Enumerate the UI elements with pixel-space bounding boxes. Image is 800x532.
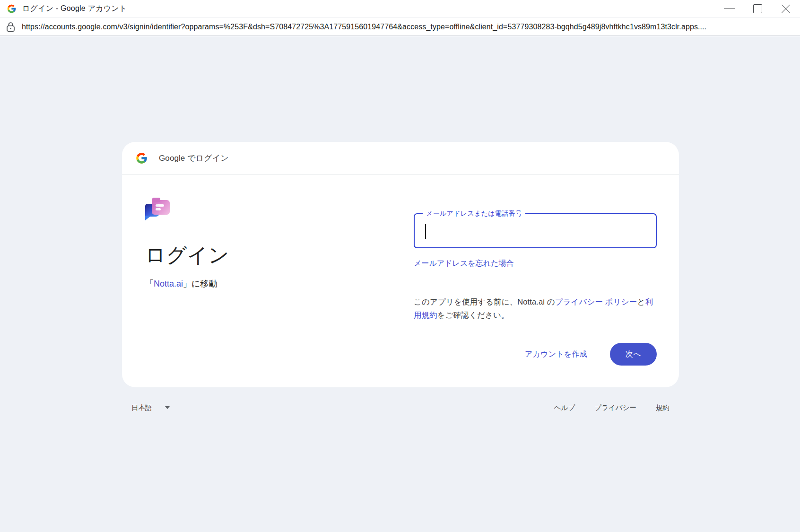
window-controls	[715, 0, 800, 17]
browser-window: ログイン - Google アカウント https://accounts.goo…	[0, 0, 800, 532]
minimize-icon	[724, 9, 735, 9]
help-link[interactable]: ヘルプ	[554, 403, 575, 412]
form-column: メールアドレスまたは電話番号 メールアドレスを忘れた場合 このアプリを使用する前…	[414, 197, 657, 366]
language-selector-value: 日本語	[131, 403, 152, 412]
privacy-policy-link[interactable]: プライバシー ポリシー	[555, 297, 637, 306]
email-field-label: メールアドレスまたは電話番号	[423, 209, 525, 218]
notta-folder-shape	[152, 200, 170, 215]
chevron-down-icon	[165, 406, 170, 409]
notta-app-logo-icon	[145, 198, 170, 221]
privacy-disclaimer: このアプリを使用する前に、Notta.ai のプライバシー ポリシーと利用規約を…	[414, 295, 657, 322]
terms-link[interactable]: 規約	[656, 403, 670, 412]
card-body: ログイン 「Notta.ai」に移動 メールアドレスまたは電話番号 メールアドレ…	[122, 174, 679, 387]
url-address[interactable]: https://accounts.google.com/v3/signin/id…	[22, 23, 788, 31]
minimize-button[interactable]	[715, 0, 743, 17]
card-header: Google でログイン	[122, 142, 679, 174]
browser-urlbar[interactable]: https://accounts.google.com/v3/signin/id…	[0, 18, 800, 36]
text-cursor	[425, 224, 426, 239]
lock-icon	[6, 22, 15, 32]
page-footer: 日本語 ヘルプ プライバシー 規約	[122, 401, 679, 415]
email-input[interactable]	[415, 214, 656, 247]
intro-column: ログイン 「Notta.ai」に移動	[145, 197, 410, 366]
window-title: ログイン - Google アカウント	[22, 4, 127, 14]
language-selector[interactable]: 日本語	[131, 403, 170, 412]
create-account-button[interactable]: アカウントを作成	[525, 349, 587, 359]
signin-with-google-label: Google でログイン	[159, 153, 229, 164]
maximize-button[interactable]	[743, 0, 772, 17]
close-button[interactable]	[772, 0, 800, 17]
privacy-link[interactable]: プライバシー	[594, 403, 636, 412]
google-g-logo-icon	[135, 152, 148, 165]
app-name-link[interactable]: Notta.ai	[154, 279, 183, 288]
window-titlebar: ログイン - Google アカウント	[0, 0, 800, 18]
maximize-icon	[753, 4, 762, 13]
footer-links: ヘルプ プライバシー 規約	[554, 403, 670, 412]
forgot-email-link[interactable]: メールアドレスを忘れた場合	[414, 259, 513, 269]
signin-page-background: Google でログイン ログイン 「Notta.ai」に移動	[0, 36, 800, 532]
form-actions: アカウントを作成 次へ	[414, 343, 657, 366]
goto-app-line: 「Notta.ai」に移動	[145, 278, 410, 289]
close-icon	[781, 4, 791, 14]
signin-card: Google でログイン ログイン 「Notta.ai」に移動	[122, 142, 679, 387]
next-button[interactable]: 次へ	[610, 343, 657, 366]
email-field-outline[interactable]: メールアドレスまたは電話番号	[414, 213, 657, 248]
page-title: ログイン	[145, 242, 410, 269]
google-g-favicon-icon	[7, 4, 17, 14]
